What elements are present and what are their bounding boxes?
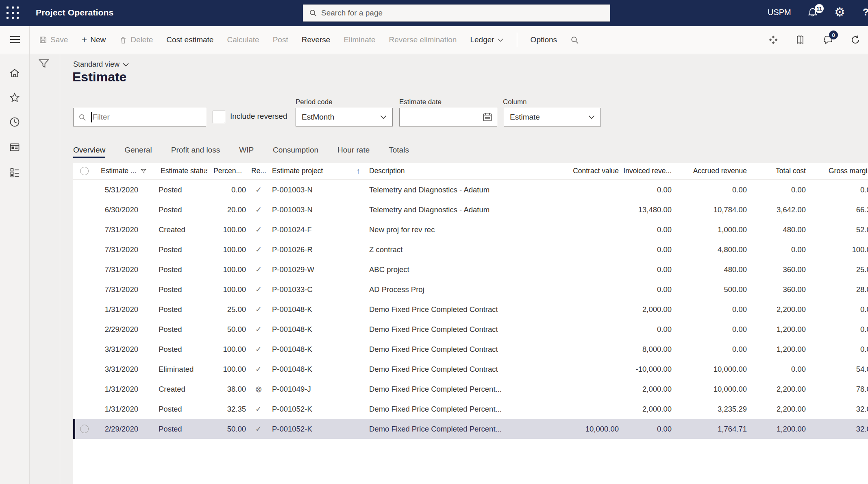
save-icon — [39, 36, 47, 44]
table-row[interactable]: 3/31/2020 Eliminated 100.00 ✓ P-001048-K… — [73, 359, 868, 379]
view-selector[interactable]: Standard view — [73, 60, 129, 69]
column-header-percent[interactable]: Percen... — [207, 167, 247, 175]
selected-row-accent — [73, 419, 75, 439]
table-row[interactable]: 1/31/2020 Created 38.00 ⊗ P-001049-J Dem… — [73, 379, 868, 399]
column-header-accrued-revenue[interactable]: Accrued revenue — [675, 167, 750, 175]
column-header-estimate-date[interactable]: Estimate ... — [98, 167, 154, 175]
environment-label[interactable]: USPM — [768, 8, 791, 17]
table-row[interactable]: 7/31/2020 Posted 100.00 ✓ P-001033-C AD … — [73, 279, 868, 299]
table-row[interactable]: 3/31/2020 Posted 100.00 ✓ P-001048-K Dem… — [73, 339, 868, 359]
gross-margin-cell: 28.00 — [809, 285, 868, 294]
include-reversed-checkbox[interactable] — [213, 111, 225, 123]
invoiced-revenue-cell: 2,000.00 — [622, 405, 675, 414]
estimate-status-cell: Posted — [140, 205, 207, 214]
tab-consumption[interactable]: Consumption — [273, 146, 318, 155]
row-select-circle[interactable] — [80, 425, 89, 433]
column-header-estimate-project[interactable]: Estimate project ↑ — [270, 167, 366, 176]
star-icon — [9, 92, 20, 103]
eliminate-button[interactable]: Eliminate — [344, 35, 375, 44]
estimate-date-cell: 2/29/2020 — [98, 425, 140, 434]
fasttab-strip: Overview General Profit and loss WIP Con… — [73, 143, 409, 157]
reverse-button[interactable]: Reverse — [302, 35, 331, 44]
tab-hour-rate[interactable]: Hour rate — [337, 146, 370, 155]
column-header-description[interactable]: Description — [366, 167, 567, 175]
new-button[interactable]: + New — [81, 35, 106, 44]
recent-nav-button[interactable] — [0, 114, 29, 130]
column-header-total-cost[interactable]: Total cost — [750, 167, 809, 175]
estimate-date-cell: 7/31/2020 — [98, 285, 140, 294]
save-button[interactable]: Save — [39, 35, 68, 44]
global-search[interactable] — [303, 4, 610, 22]
task-guide-button[interactable] — [795, 35, 805, 45]
command-search-button[interactable] — [570, 36, 579, 44]
table-row[interactable]: 5/31/2020 Posted 0.00 ✓ P-001003-N Telem… — [73, 180, 868, 200]
column-combobox[interactable]: Estimate — [504, 108, 601, 126]
description-cell: Demo Fixed Price Completed Contract — [366, 325, 567, 334]
waffle-menu-icon[interactable] — [7, 7, 20, 20]
table-row[interactable]: 1/31/2020 Posted 32.35 ✓ P-001052-K Demo… — [73, 399, 868, 419]
table-row[interactable]: 2/29/2020 Posted 50.00 ✓ P-001052-K Demo… — [73, 419, 868, 439]
column-header-contract-value[interactable]: Contract value — [567, 167, 622, 175]
table-row[interactable]: 2/29/2020 Posted 50.00 ✓ P-001048-K Demo… — [73, 319, 868, 339]
total-cost-cell: 360.00 — [750, 265, 809, 274]
filter-pane-button[interactable] — [38, 57, 50, 70]
help-icon[interactable]: ? — [863, 7, 868, 18]
tab-profit-and-loss[interactable]: Profit and loss — [171, 146, 220, 155]
delete-button[interactable]: Delete — [119, 35, 153, 44]
row-select-cell[interactable] — [73, 425, 98, 433]
refresh-button[interactable] — [850, 35, 861, 45]
settings-gear-icon[interactable]: ⚙ — [834, 5, 845, 20]
column-header-invoiced-revenue[interactable]: Invoiced reve... — [622, 167, 675, 175]
table-row[interactable]: 7/31/2020 Posted 100.00 ✓ P-001029-W ABC… — [73, 259, 868, 279]
table-row[interactable]: 6/30/2020 Posted 20.00 ✓ P-001003-N Tele… — [73, 200, 868, 220]
grid-filter-field[interactable] — [73, 108, 206, 126]
table-row[interactable]: 7/31/2020 Created 100.00 ✓ P-001024-F Ne… — [73, 220, 868, 240]
column-header-reversed[interactable]: Re... — [247, 167, 270, 175]
cost-estimate-button[interactable]: Cost estimate — [166, 35, 213, 44]
description-cell: Demo Fixed Price Completed Contract — [366, 365, 567, 374]
period-code-combobox[interactable]: EstMonth — [296, 108, 393, 126]
accrued-revenue-cell: 0.00 — [675, 325, 750, 334]
table-row[interactable]: 1/31/2020 Posted 25.00 ✓ P-001048-K Demo… — [73, 299, 868, 319]
select-all-cell[interactable] — [73, 167, 98, 175]
reversal-status-icon: ✓ — [247, 285, 270, 294]
text-cursor — [91, 112, 92, 122]
ledger-menu-button[interactable]: Ledger — [470, 35, 503, 44]
command-bar-divider — [517, 33, 517, 47]
modules-nav-button[interactable] — [0, 164, 29, 181]
sparkle-actions-button[interactable] — [769, 35, 778, 44]
tab-general[interactable]: General — [124, 146, 152, 155]
grid-filter-input[interactable] — [93, 113, 194, 122]
estimate-project-cell: P-001024-F — [270, 225, 366, 234]
description-cell: Demo Fixed Price Completed Percent... — [366, 405, 567, 414]
messages-button[interactable]: 0 — [822, 35, 833, 45]
total-cost-cell: 0.00 — [750, 245, 809, 254]
estimate-date-field[interactable] — [399, 108, 497, 126]
estimate-project-cell: P-001033-C — [270, 285, 366, 294]
total-cost-cell: 0.00 — [750, 185, 809, 194]
column-header-gross-margin[interactable]: Gross margi... — [809, 167, 868, 175]
estimate-status-cell: Eliminated — [140, 365, 207, 374]
hamburger-menu-icon[interactable] — [10, 36, 20, 45]
tab-wip[interactable]: WIP — [239, 146, 254, 155]
table-row[interactable]: 7/31/2020 Posted 100.00 ✓ P-001026-R Z c… — [73, 240, 868, 259]
grid-header-row: Estimate ... Estimate status Percen... R… — [73, 163, 868, 180]
total-cost-cell: 2,200.00 — [750, 305, 809, 314]
favorites-nav-button[interactable] — [0, 89, 29, 106]
tab-totals[interactable]: Totals — [389, 146, 409, 155]
notifications-button[interactable]: 11 — [807, 7, 820, 20]
message-count-badge: 0 — [829, 31, 838, 39]
global-search-input[interactable] — [321, 9, 581, 17]
options-button[interactable]: Options — [531, 35, 557, 44]
home-nav-button[interactable] — [0, 65, 29, 81]
estimate-project-cell: P-001003-N — [270, 185, 366, 194]
column-filter-icon[interactable] — [140, 168, 147, 174]
gross-margin-cell: 78.00 — [809, 385, 868, 394]
workspaces-nav-button[interactable] — [0, 139, 29, 155]
column-header-estimate-status[interactable]: Estimate status — [154, 167, 207, 175]
calculate-button[interactable]: Calculate — [227, 35, 259, 44]
post-button[interactable]: Post — [273, 35, 288, 44]
reverse-elimination-button[interactable]: Reverse elimination — [389, 35, 457, 44]
tab-overview[interactable]: Overview — [73, 146, 105, 155]
select-all-circle[interactable] — [80, 167, 89, 175]
